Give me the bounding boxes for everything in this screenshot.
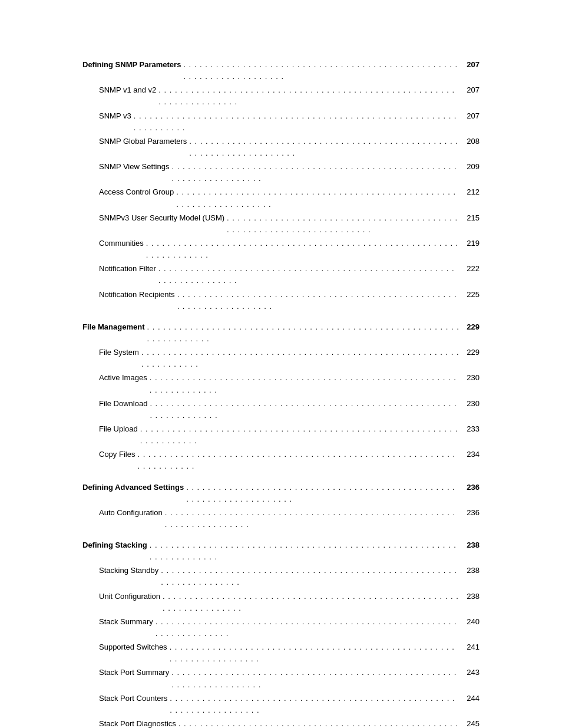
toc-dots: . . . . . . . . . . . . . . . . . . . . … [150, 398, 459, 421]
toc-row: SNMP Global Parameters. . . . . . . . . … [82, 136, 480, 159]
toc-entry-text: Stack Summary [82, 616, 153, 628]
toc-row: Auto Configuration. . . . . . . . . . . … [82, 507, 480, 531]
toc-entry-text: Defining SNMP Parameters [82, 59, 181, 71]
toc-page-num: 238 [462, 539, 480, 551]
toc-spacer [82, 475, 480, 482]
toc-entry-text: Auto Configuration [82, 507, 163, 519]
toc-page-num: 222 [462, 263, 480, 275]
toc-row: File System. . . . . . . . . . . . . . .… [82, 347, 480, 370]
toc-dots: . . . . . . . . . . . . . . . . . . . . … [150, 539, 459, 563]
toc-page-num: 230 [462, 398, 480, 410]
toc-page-num: 215 [462, 212, 480, 224]
toc-row: Notification Recipients. . . . . . . . .… [82, 289, 480, 312]
toc-page-num: 238 [462, 565, 480, 577]
toc-row: Stack Summary. . . . . . . . . . . . . .… [82, 616, 480, 640]
toc-entry-text: Notification Filter [82, 263, 156, 275]
toc-entry-text: File Upload [82, 423, 138, 435]
toc-dots: . . . . . . . . . . . . . . . . . . . . … [178, 718, 459, 728]
toc-page-num: 234 [462, 449, 480, 460]
toc-page-num: 241 [462, 641, 480, 653]
toc-page-num: 207 [462, 84, 480, 96]
toc-page-num: 240 [462, 616, 480, 628]
toc-dots: . . . . . . . . . . . . . . . . . . . . … [137, 449, 459, 472]
toc-dots: . . . . . . . . . . . . . . . . . . . . … [156, 616, 459, 640]
toc-row: Stack Port Diagnostics. . . . . . . . . … [82, 718, 480, 728]
toc-page-num: 244 [462, 693, 480, 704]
toc-page-num: 207 [462, 110, 480, 122]
toc-entry-text: SNMP Global Parameters [82, 136, 187, 147]
toc-row: Supported Switches. . . . . . . . . . . … [82, 641, 480, 665]
toc-row: SNMP v1 and v2. . . . . . . . . . . . . … [82, 84, 480, 108]
toc-row: SNMP v3. . . . . . . . . . . . . . . . .… [82, 110, 480, 134]
toc-entry-text: Stack Port Summary [82, 667, 169, 678]
toc-row: Communities. . . . . . . . . . . . . . .… [82, 238, 480, 261]
toc-dots: . . . . . . . . . . . . . . . . . . . . … [170, 693, 459, 716]
toc-page-num: 243 [462, 667, 480, 678]
toc-dots: . . . . . . . . . . . . . . . . . . . . … [177, 289, 459, 312]
toc-dots: . . . . . . . . . . . . . . . . . . . . … [147, 321, 459, 345]
toc-dots: . . . . . . . . . . . . . . . . . . . . … [141, 347, 459, 370]
toc-page-num: 212 [462, 186, 480, 198]
toc-entry-text: Supported Switches [82, 641, 167, 653]
toc-page-num: 219 [462, 238, 480, 249]
toc-dots: . . . . . . . . . . . . . . . . . . . . … [150, 372, 459, 396]
toc-entry-text: Notification Recipients [82, 289, 175, 301]
toc-spacer [82, 314, 480, 321]
toc-page-num: 236 [462, 507, 480, 519]
toc-entry-text: SNMP v3 [82, 110, 131, 122]
toc-dots: . . . . . . . . . . . . . . . . . . . . … [163, 591, 459, 614]
toc-dots: . . . . . . . . . . . . . . . . . . . . … [183, 59, 459, 83]
toc-row: File Management. . . . . . . . . . . . .… [82, 321, 480, 345]
toc-page-num: 207 [462, 59, 480, 71]
toc-entry-text: SNMPv3 User Security Model (USM) [82, 212, 224, 224]
toc-dots: . . . . . . . . . . . . . . . . . . . . … [189, 136, 459, 159]
toc-entry-text: File System [82, 347, 139, 358]
toc-dots: . . . . . . . . . . . . . . . . . . . . … [165, 507, 459, 531]
toc-content: Defining SNMP Parameters. . . . . . . . … [82, 59, 480, 728]
toc-entry-text: Stack Port Diagnostics [82, 718, 176, 728]
page: Defining SNMP Parameters. . . . . . . . … [0, 0, 562, 728]
toc-row: Defining SNMP Parameters. . . . . . . . … [82, 59, 480, 83]
toc-row: File Upload. . . . . . . . . . . . . . .… [82, 423, 480, 447]
toc-row: Defining Advanced Settings. . . . . . . … [82, 482, 480, 505]
toc-dots: . . . . . . . . . . . . . . . . . . . . … [170, 641, 459, 665]
toc-dots: . . . . . . . . . . . . . . . . . . . . … [227, 212, 459, 236]
toc-dots: . . . . . . . . . . . . . . . . . . . . … [140, 423, 459, 447]
toc-entry-text: SNMP View Settings [82, 161, 169, 173]
toc-page-num: 229 [462, 347, 480, 358]
toc-page-num: 233 [462, 423, 480, 435]
toc-entry-text: Defining Stacking [82, 539, 147, 551]
toc-entry-text: File Management [82, 321, 144, 333]
toc-entry-text: Unit Configuration [82, 591, 160, 602]
toc-row: Stack Port Counters. . . . . . . . . . .… [82, 693, 480, 716]
toc-row: Stack Port Summary. . . . . . . . . . . … [82, 667, 480, 690]
toc-page-num: 225 [462, 289, 480, 301]
toc-dots: . . . . . . . . . . . . . . . . . . . . … [186, 482, 459, 505]
toc-dots: . . . . . . . . . . . . . . . . . . . . … [134, 110, 459, 134]
toc-entry-text: Communities [82, 238, 144, 249]
toc-dots: . . . . . . . . . . . . . . . . . . . . … [158, 263, 459, 286]
toc-entry-text: SNMP v1 and v2 [82, 84, 156, 96]
toc-row: SNMPv3 User Security Model (USM). . . . … [82, 212, 480, 236]
toc-dots: . . . . . . . . . . . . . . . . . . . . … [146, 238, 459, 261]
toc-page-num: 236 [462, 482, 480, 493]
toc-entry-text: Access Control Group [82, 186, 174, 198]
toc-row: Stacking Standby. . . . . . . . . . . . … [82, 565, 480, 588]
toc-page-num: 230 [462, 372, 480, 384]
toc-dots: . . . . . . . . . . . . . . . . . . . . … [176, 186, 459, 210]
toc-entry-text: Stack Port Counters [82, 693, 167, 704]
toc-row: Copy Files. . . . . . . . . . . . . . . … [82, 449, 480, 472]
toc-row: File Download. . . . . . . . . . . . . .… [82, 398, 480, 421]
toc-row: SNMP View Settings. . . . . . . . . . . … [82, 161, 480, 185]
toc-row: Unit Configuration. . . . . . . . . . . … [82, 591, 480, 614]
toc-entry-text: Copy Files [82, 449, 135, 460]
toc-row: Defining Stacking. . . . . . . . . . . .… [82, 539, 480, 563]
toc-row: Notification Filter. . . . . . . . . . .… [82, 263, 480, 286]
toc-entry-text: File Download [82, 398, 147, 410]
toc-page-num: 208 [462, 136, 480, 147]
toc-dots: . . . . . . . . . . . . . . . . . . . . … [171, 667, 459, 690]
toc-page-num: 245 [462, 718, 480, 728]
toc-entry-text: Defining Advanced Settings [82, 482, 184, 493]
toc-dots: . . . . . . . . . . . . . . . . . . . . … [158, 84, 459, 108]
toc-page-num: 229 [462, 321, 480, 333]
